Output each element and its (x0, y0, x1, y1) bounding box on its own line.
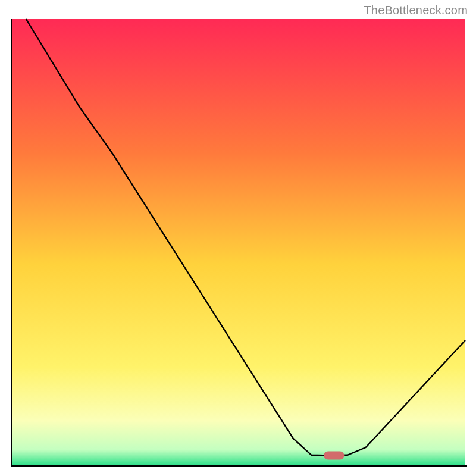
bottleneck-curve-chart (0, 0, 476, 476)
optimum-marker (324, 452, 344, 460)
gradient-background (12, 19, 465, 465)
